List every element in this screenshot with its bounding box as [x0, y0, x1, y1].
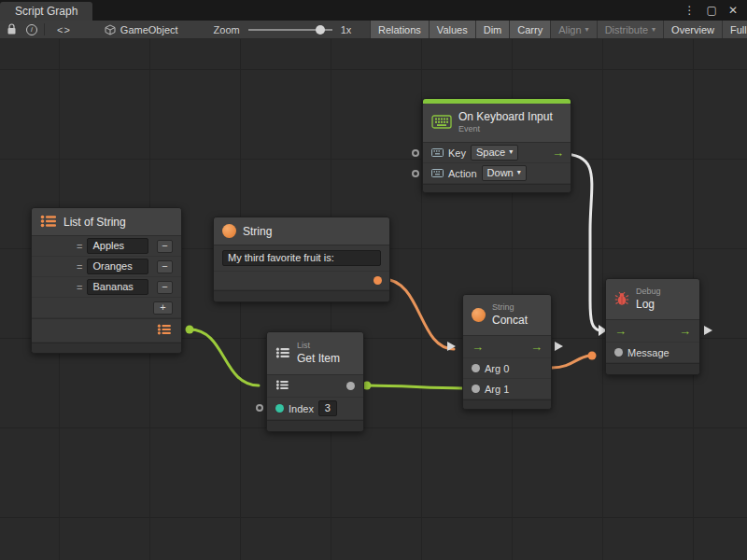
arg1-input-port[interactable]: [472, 385, 480, 393]
flow-input-arrow-icon[interactable]: →: [472, 341, 484, 353]
window-close-icon[interactable]: ✕: [728, 5, 738, 16]
gameobject-label: GameObject: [120, 24, 178, 35]
flow-output-arrow-icon[interactable]: →: [679, 325, 691, 337]
node-footer: [606, 363, 699, 374]
port-action-input-circle[interactable]: [412, 170, 419, 177]
zoom-label: Zoom: [214, 24, 240, 35]
flow-output-arrow-icon[interactable]: →: [530, 341, 543, 353]
list-item-field[interactable]: Oranges: [87, 259, 148, 274]
wire-list-to-getitem[interactable]: [190, 329, 259, 385]
node-string-literal[interactable]: String My third favorite fruit is:: [213, 217, 390, 302]
align-dropdown-button[interactable]: Align: [550, 21, 596, 39]
list-item-row: = Bananas −: [32, 277, 181, 298]
key-value: Space: [476, 146, 505, 160]
string-value-field[interactable]: My third favorite fruit is:: [222, 250, 381, 266]
window-menu-icon[interactable]: ⋮: [684, 5, 696, 16]
flow-row: → →: [606, 320, 699, 343]
node-concat[interactable]: String Concat → → Arg 0 Arg 1: [462, 294, 552, 410]
code-icon[interactable]: <>: [57, 24, 71, 35]
zoom-slider[interactable]: [248, 29, 332, 31]
wire-getitem-to-concat[interactable]: [367, 385, 462, 388]
lock-icon[interactable]: [7, 23, 17, 35]
keyboard-icon: [431, 115, 452, 131]
message-row: Message: [606, 343, 699, 363]
log-flow-out-triangle-icon[interactable]: [704, 326, 712, 335]
string-output-port[interactable]: [374, 276, 382, 285]
add-item-row: +: [32, 298, 181, 318]
node-list-of-string[interactable]: List of String = Apples − = Oranges − = …: [31, 207, 182, 354]
window-controls: ⋮ ▢ ✕: [684, 5, 747, 21]
bug-icon: [614, 291, 629, 308]
node-title: Concat: [492, 314, 528, 328]
node-on-keyboard-input[interactable]: On Keyboard Input Event Key Space → Acti…: [422, 98, 571, 193]
port-concat-result-dot[interactable]: [588, 352, 597, 360]
node-header[interactable]: String: [214, 217, 389, 245]
arg0-row: Arg 0: [463, 358, 551, 379]
node-footer: [214, 290, 389, 301]
window-maximize-icon[interactable]: ▢: [707, 5, 717, 16]
reorder-handle-icon[interactable]: =: [77, 241, 82, 252]
list-input-row: [267, 375, 363, 398]
node-footer: [32, 343, 181, 353]
arg0-input-port[interactable]: [472, 364, 480, 372]
key-dropdown[interactable]: Space: [471, 145, 518, 161]
node-category: List: [297, 341, 340, 351]
remove-item-button[interactable]: −: [157, 260, 173, 273]
node-title: Get Item: [297, 352, 340, 366]
window-tab-strip: Script Graph ⋮ ▢ ✕: [0, 0, 747, 21]
message-input-port[interactable]: [614, 348, 623, 357]
concat-flow-out-triangle-icon[interactable]: [555, 342, 563, 351]
flow-input-arrow-icon[interactable]: →: [614, 325, 627, 337]
reorder-handle-icon[interactable]: =: [77, 261, 82, 273]
gameobject-selector[interactable]: GameObject: [105, 24, 178, 35]
node-header[interactable]: String Concat: [463, 295, 551, 336]
node-category: String: [492, 302, 528, 313]
message-label: Message: [627, 347, 669, 358]
carry-button[interactable]: Carry: [509, 21, 550, 39]
action-row: Action Down: [423, 163, 571, 184]
node-subtitle: Event: [458, 124, 553, 134]
node-get-item[interactable]: List Get Item Index 3: [266, 331, 364, 432]
add-item-button[interactable]: +: [153, 301, 173, 315]
string-output-row: [214, 272, 389, 290]
wire-concat-to-log[interactable]: [552, 356, 589, 368]
fullscreen-button[interactable]: Full Screen: [722, 21, 747, 39]
list-item-field[interactable]: Bananas: [87, 279, 148, 295]
list-output-port-icon[interactable]: [157, 324, 172, 337]
dim-button[interactable]: Dim: [475, 21, 510, 39]
remove-item-button[interactable]: −: [157, 240, 173, 253]
distribute-dropdown-button[interactable]: Distribute: [597, 21, 663, 39]
node-header[interactable]: List of String: [32, 208, 181, 236]
list-item-field[interactable]: Apples: [87, 238, 148, 254]
port-index-input-circle[interactable]: [256, 404, 263, 412]
info-icon[interactable]: i: [26, 24, 37, 35]
zoom-slider-handle[interactable]: [316, 25, 325, 35]
key-icon: [431, 147, 444, 159]
reorder-handle-icon[interactable]: =: [77, 282, 82, 293]
remove-item-button[interactable]: −: [157, 281, 173, 294]
toolbar-buttons: Relations Values Dim Carry Align Distrib…: [370, 21, 747, 39]
index-field[interactable]: 3: [318, 400, 337, 416]
index-input-port[interactable]: [275, 404, 284, 413]
node-debug-log[interactable]: Debug Log → → Message: [605, 278, 700, 375]
arg1-row: Arg 1: [463, 379, 551, 399]
flow-output-arrow-icon[interactable]: →: [552, 147, 564, 159]
tab-script-graph[interactable]: Script Graph: [0, 2, 92, 21]
list-input-port-icon[interactable]: [275, 380, 289, 392]
node-header[interactable]: On Keyboard Input Event: [423, 104, 571, 143]
node-category: Debug: [636, 287, 661, 297]
relations-button[interactable]: Relations: [370, 21, 429, 39]
port-key-input-circle[interactable]: [412, 149, 419, 157]
list-item-row: = Oranges −: [32, 257, 181, 277]
action-dropdown[interactable]: Down: [482, 165, 527, 181]
graph-canvas[interactable]: On Keyboard Input Event Key Space → Acti…: [0, 39, 747, 560]
node-header[interactable]: Debug Log: [606, 279, 699, 320]
list-item-row: = Apples −: [32, 236, 181, 257]
wire-string-to-concat[interactable]: [383, 279, 454, 349]
item-output-port[interactable]: [346, 382, 355, 390]
overview-button[interactable]: Overview: [663, 21, 722, 39]
index-label: Index: [289, 403, 314, 414]
values-button[interactable]: Values: [429, 21, 475, 39]
node-header[interactable]: List Get Item: [267, 332, 363, 375]
port-list-output-dot[interactable]: [186, 326, 194, 334]
